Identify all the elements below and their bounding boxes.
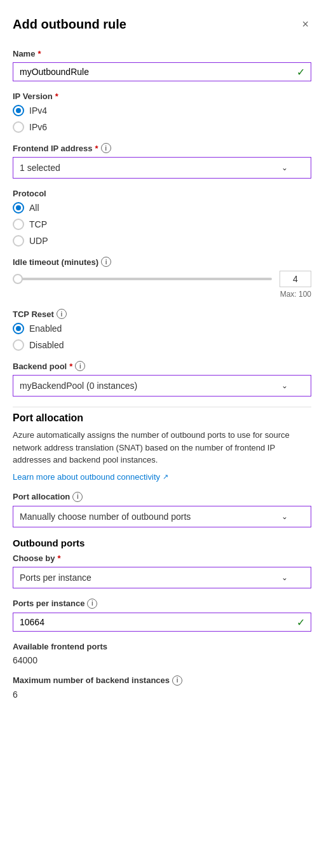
max-backend-instances-value: 6 — [13, 689, 311, 700]
port-allocation-description: Azure automatically assigns the number o… — [13, 429, 311, 466]
ip-version-label: IP Version * — [13, 92, 311, 101]
backend-pool-chevron-icon: ⌄ — [281, 381, 288, 390]
ip-version-radio-group: IPv4 IPv6 — [13, 105, 311, 133]
max-backend-instances-label: Maximum number of backend instances i — [13, 675, 311, 686]
available-frontend-ports-group: Available frontend ports 64000 — [13, 642, 311, 665]
protocol-radio-group: All TCP UDP — [13, 202, 311, 247]
tcp-reset-field-group: TCP Reset i Enabled Disabled — [13, 309, 311, 351]
port-allocation-field-group: Port allocation i Manually choose number… — [13, 492, 311, 527]
ip-version-ipv4-option[interactable]: IPv4 — [13, 105, 311, 116]
panel-title: Add outbound rule — [13, 17, 126, 32]
choose-by-chevron-icon: ⌄ — [281, 573, 288, 582]
choose-by-dropdown-wrapper: Ports per instance ⌄ — [13, 567, 311, 588]
port-allocation-field-label: Port allocation i — [13, 492, 311, 502]
outbound-ports-title: Outbound ports — [13, 538, 311, 548]
protocol-udp-radio[interactable] — [13, 235, 24, 247]
ports-per-instance-input[interactable] — [13, 613, 311, 632]
tcp-reset-disabled-label: Disabled — [29, 340, 64, 350]
idle-timeout-label: Idle timeout (minutes) i — [13, 257, 311, 267]
tcp-reset-enabled-radio[interactable] — [13, 323, 24, 334]
port-allocation-section-title: Port allocation — [13, 412, 311, 424]
port-allocation-value: Manually choose number of outbound ports — [20, 512, 191, 522]
ports-per-instance-check-icon: ✓ — [297, 616, 305, 628]
ports-per-instance-input-wrapper: ✓ — [13, 613, 311, 632]
available-frontend-ports-label: Available frontend ports — [13, 642, 311, 651]
idle-timeout-value-box[interactable]: 4 — [280, 271, 311, 287]
frontend-ip-label: Frontend IP address * i — [13, 143, 311, 153]
tcp-reset-enabled-label: Enabled — [29, 323, 62, 334]
tcp-reset-radio-group: Enabled Disabled — [13, 323, 311, 351]
protocol-all-option[interactable]: All — [13, 202, 311, 214]
max-backend-instances-info-icon[interactable]: i — [172, 675, 182, 686]
backend-pool-required-star: * — [69, 362, 72, 371]
panel-header: Add outbound rule × — [13, 15, 311, 34]
ip-version-field-group: IP Version * IPv4 IPv6 — [13, 92, 311, 133]
backend-pool-dropdown[interactable]: myBackendPool (0 instances) ⌄ — [13, 375, 311, 397]
outbound-ports-subsection: Outbound ports Choose by * Ports per ins… — [13, 538, 311, 700]
max-backend-instances-group: Maximum number of backend instances i 6 — [13, 675, 311, 700]
protocol-all-label: All — [29, 203, 39, 213]
backend-pool-value: myBackendPool (0 instances) — [20, 381, 137, 391]
port-allocation-dropdown[interactable]: Manually choose number of outbound ports… — [13, 506, 311, 527]
name-required-star: * — [37, 49, 41, 58]
ip-version-ipv6-radio[interactable] — [13, 121, 24, 133]
idle-timeout-slider-container: 4 — [13, 271, 311, 287]
choose-by-dropdown[interactable]: Ports per instance ⌄ — [13, 567, 311, 588]
ip-version-ipv6-label: IPv6 — [29, 122, 47, 132]
backend-pool-field-group: Backend pool * i myBackendPool (0 instan… — [13, 361, 311, 397]
backend-pool-label: Backend pool * i — [13, 361, 311, 371]
external-link-icon: ↗ — [163, 473, 168, 481]
port-allocation-info-icon[interactable]: i — [72, 492, 83, 502]
protocol-tcp-option[interactable]: TCP — [13, 219, 311, 230]
ip-version-ipv4-radio[interactable] — [13, 105, 24, 116]
name-label: Name * — [13, 49, 311, 58]
backend-pool-dropdown-wrapper: myBackendPool (0 instances) ⌄ — [13, 375, 311, 397]
choose-by-value: Ports per instance — [20, 573, 91, 583]
ip-version-ipv4-label: IPv4 — [29, 105, 47, 116]
choose-by-label: Choose by * — [13, 553, 311, 563]
frontend-ip-dropdown[interactable]: 1 selected ⌄ — [13, 157, 311, 179]
tcp-reset-enabled-option[interactable]: Enabled — [13, 323, 311, 334]
protocol-udp-label: UDP — [29, 236, 48, 246]
port-allocation-section: Port allocation Azure automatically assi… — [13, 412, 311, 482]
port-allocation-dropdown-wrapper: Manually choose number of outbound ports… — [13, 506, 311, 527]
name-input-wrapper: ✓ — [13, 62, 311, 81]
idle-timeout-slider-thumb[interactable] — [13, 274, 23, 284]
backend-pool-info-icon[interactable]: i — [75, 361, 85, 371]
choose-by-required-star: * — [57, 553, 60, 563]
name-check-icon: ✓ — [297, 66, 305, 78]
frontend-ip-field-group: Frontend IP address * i 1 selected ⌄ — [13, 143, 311, 179]
frontend-ip-info-icon[interactable]: i — [101, 143, 111, 153]
learn-more-link[interactable]: Learn more about outbound connectivity ↗ — [13, 472, 168, 482]
frontend-ip-dropdown-wrapper: 1 selected ⌄ — [13, 157, 311, 179]
idle-timeout-info-icon[interactable]: i — [101, 257, 111, 267]
choose-by-field-group: Choose by * Ports per instance ⌄ — [13, 553, 311, 588]
section-divider — [13, 407, 311, 407]
port-allocation-chevron-icon: ⌄ — [281, 512, 288, 521]
tcp-reset-info-icon[interactable]: i — [57, 309, 67, 319]
idle-timeout-max-label: Max: 100 — [13, 290, 311, 299]
idle-timeout-slider-track[interactable] — [13, 278, 272, 280]
frontend-ip-chevron-icon: ⌄ — [281, 163, 288, 172]
ports-per-instance-info-icon[interactable]: i — [87, 599, 97, 609]
tcp-reset-disabled-option[interactable]: Disabled — [13, 339, 311, 351]
add-outbound-rule-panel: Add outbound rule × Name * ✓ IP Version … — [0, 0, 324, 725]
protocol-field-group: Protocol All TCP UDP — [13, 189, 311, 247]
ports-per-instance-field-group: Ports per instance i ✓ — [13, 599, 311, 632]
learn-more-link-text: Learn more about outbound connectivity — [13, 472, 160, 482]
idle-timeout-field-group: Idle timeout (minutes) i 4 Max: 100 — [13, 257, 311, 299]
tcp-reset-disabled-radio[interactable] — [13, 339, 24, 351]
ip-version-required-star: * — [55, 92, 58, 101]
tcp-reset-label: TCP Reset i — [13, 309, 311, 319]
ports-per-instance-label: Ports per instance i — [13, 599, 311, 609]
protocol-tcp-label: TCP — [29, 219, 47, 229]
protocol-label: Protocol — [13, 189, 311, 198]
frontend-ip-value: 1 selected — [20, 163, 60, 173]
close-button[interactable]: × — [299, 15, 311, 34]
ip-version-ipv6-option[interactable]: IPv6 — [13, 121, 311, 133]
name-input[interactable] — [13, 62, 311, 81]
protocol-tcp-radio[interactable] — [13, 219, 24, 230]
name-field-group: Name * ✓ — [13, 49, 311, 81]
protocol-udp-option[interactable]: UDP — [13, 235, 311, 247]
protocol-all-radio[interactable] — [13, 202, 24, 214]
